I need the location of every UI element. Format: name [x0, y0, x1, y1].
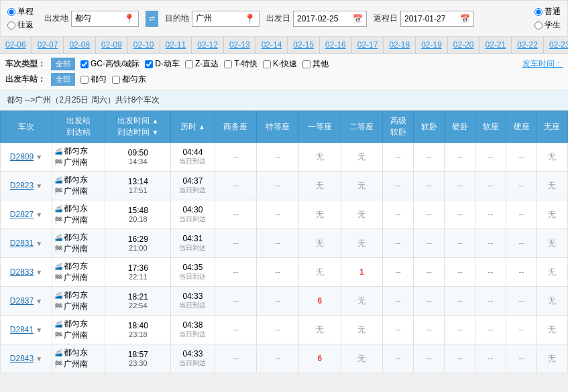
second-cell[interactable]: 1 — [341, 258, 383, 287]
date-tab[interactable]: 02-12 — [192, 37, 224, 53]
ruanwo-cell: -- — [414, 200, 445, 229]
station-cell: 🚄 都匀东 🏁 广州南 — [52, 287, 105, 316]
date-tab[interactable]: 02-23 — [544, 37, 568, 53]
date-tab[interactable]: 02-17 — [352, 37, 384, 53]
z-type[interactable]: Z-直达 — [185, 58, 219, 70]
date-tab[interactable]: 02-21 — [480, 37, 512, 53]
teding-value: -- — [275, 152, 280, 161]
ruanzuo-value: -- — [488, 296, 494, 306]
date-tab[interactable]: 02-20 — [448, 37, 480, 53]
train-no-link[interactable]: D2841 — [10, 325, 34, 334]
station-cell: 🚄 都匀东 🏁 广州南 — [52, 172, 105, 200]
one-way-option[interactable]: 单程 — [7, 6, 34, 17]
date-tab[interactable]: 02-07 — [32, 37, 64, 53]
return-date-input[interactable] — [404, 14, 458, 23]
k-type[interactable]: K-快速 — [263, 58, 297, 70]
gc-checkbox[interactable] — [80, 60, 89, 68]
all-stations-button[interactable]: 全部 — [51, 73, 75, 86]
date-tab[interactable]: 02-19 — [416, 37, 448, 53]
date-tab[interactable]: 02-09 — [96, 37, 128, 53]
train-no-link[interactable]: D2843 — [10, 354, 34, 363]
date-tab[interactable]: 02-06 — [0, 37, 32, 53]
expand-button[interactable]: ▼ — [36, 298, 42, 305]
date-tab[interactable]: 02-15 — [288, 37, 320, 53]
second-cell: 无 — [341, 287, 383, 316]
one-way-radio[interactable] — [7, 8, 15, 16]
duyundong-station[interactable]: 都匀东 — [112, 74, 146, 85]
round-trip-option[interactable]: 往返 — [7, 19, 34, 31]
first-cell: 无 — [298, 229, 341, 258]
second-value: 无 — [357, 210, 365, 219]
teding-value: -- — [275, 354, 280, 363]
d-checkbox[interactable] — [145, 60, 153, 68]
duyun-checkbox[interactable] — [80, 76, 89, 84]
to-station-name: 广州南 — [64, 157, 88, 168]
all-types-button[interactable]: 全部 — [51, 58, 75, 70]
second-cell: 无 — [341, 172, 383, 200]
expand-button[interactable]: ▼ — [36, 326, 42, 334]
swap-button[interactable]: ⇌ — [146, 11, 158, 27]
duration-sub: 当日到达 — [173, 186, 212, 195]
train-no-link[interactable]: D2823 — [10, 181, 34, 190]
expand-button[interactable]: ▼ — [36, 269, 42, 276]
depart-time: 09:50 — [107, 148, 168, 157]
th-time[interactable]: 出发时间 ▲ 到达时间 ▼ — [105, 111, 171, 143]
expand-button[interactable]: ▼ — [36, 182, 42, 190]
from-station-icon: 🚄 — [54, 349, 62, 356]
date-tab[interactable]: 02-14 — [256, 37, 288, 53]
shangwu-value: -- — [233, 296, 238, 306]
depart-date-field[interactable]: 📅 — [293, 11, 367, 27]
round-trip-radio[interactable] — [7, 21, 15, 29]
expand-button[interactable]: ▼ — [36, 240, 42, 247]
first-cell[interactable]: 6 — [298, 344, 341, 373]
ruanwo-value: -- — [427, 181, 432, 190]
train-no-link[interactable]: D2837 — [10, 296, 34, 306]
date-tab[interactable]: 02-22 — [512, 37, 544, 53]
expand-button[interactable]: ▼ — [36, 153, 42, 161]
t-checkbox[interactable] — [224, 60, 232, 68]
normal-option[interactable]: 普通 — [534, 6, 561, 17]
date-tab[interactable]: 02-11 — [160, 37, 192, 53]
train-no-link[interactable]: D2827 — [10, 210, 34, 219]
th-train-no[interactable]: 车次 — [1, 111, 52, 143]
student-option[interactable]: 学生 — [534, 19, 561, 31]
date-tab[interactable]: 02-10 — [128, 37, 160, 53]
first-cell[interactable]: 6 — [298, 287, 341, 316]
from-field[interactable]: 📍 — [71, 11, 139, 27]
from-input[interactable] — [75, 14, 122, 23]
duyundong-checkbox[interactable] — [112, 76, 120, 84]
th-duration[interactable]: 历时 ▲ — [171, 111, 215, 143]
round-trip-label: 往返 — [17, 19, 34, 31]
other-checkbox[interactable] — [302, 60, 310, 68]
d-type[interactable]: D-动车 — [145, 58, 180, 70]
normal-radio[interactable] — [534, 8, 543, 16]
teding-cell: -- — [257, 344, 299, 373]
train-no-link[interactable]: D2809 — [10, 152, 34, 161]
student-radio[interactable] — [534, 21, 543, 29]
date-tab[interactable]: 02-08 — [64, 37, 96, 53]
gc-type[interactable]: GC-高铁/城际 — [80, 58, 139, 70]
from-label: 出发地 — [44, 13, 68, 24]
depart-date-input[interactable] — [297, 14, 351, 23]
z-checkbox[interactable] — [185, 60, 193, 68]
yingzuo-value: -- — [519, 210, 524, 219]
train-no-link[interactable]: D2833 — [10, 267, 34, 277]
other-type[interactable]: 其他 — [302, 58, 329, 70]
depart-time-filter[interactable]: 发车时间： — [522, 58, 563, 70]
wuzuo-value: 无 — [548, 296, 556, 306]
return-date-field[interactable]: 📅 — [400, 11, 474, 27]
k-checkbox[interactable] — [263, 60, 271, 68]
date-tab[interactable]: 02-16 — [320, 37, 352, 53]
expand-button[interactable]: ▼ — [36, 211, 42, 218]
ruanzuo-value: -- — [488, 325, 494, 334]
time-cell: 17:36 22:11 — [105, 258, 171, 287]
date-tab[interactable]: 02-13 — [224, 37, 256, 53]
date-tab[interactable]: 02-18 — [384, 37, 416, 53]
to-input[interactable] — [196, 14, 243, 23]
duyun-station[interactable]: 都匀 — [80, 74, 107, 85]
to-field[interactable]: 📍 — [192, 11, 260, 27]
train-no-link[interactable]: D2831 — [10, 239, 34, 248]
t-type[interactable]: T-特快 — [224, 58, 258, 70]
expand-button[interactable]: ▼ — [36, 355, 42, 363]
table-row: D2831 ▼ 🚄 都匀东 🏁 广州南 16:29 21:00 04:31 当日… — [1, 229, 568, 258]
